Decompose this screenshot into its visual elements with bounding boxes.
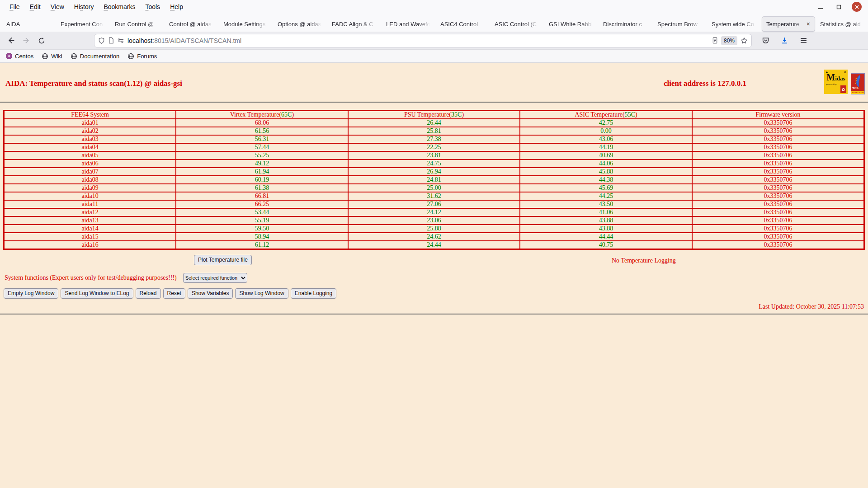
tab-control-aidas[interactable]: Control @ aidas bbox=[165, 16, 218, 32]
download-icon[interactable] bbox=[778, 34, 791, 47]
url-bar[interactable]: localhost:8015/AIDA/TSCAN/TSCAN.tml 80% bbox=[94, 34, 752, 47]
table-row: aida0761.9426.9445.880x3350706 bbox=[4, 168, 864, 176]
menu-tools[interactable]: Tools bbox=[140, 2, 165, 12]
tab-asic4-control[interactable]: ASIC4 Control bbox=[436, 16, 490, 32]
close-icon[interactable] bbox=[852, 2, 862, 12]
tab-label: ASIC4 Control bbox=[440, 21, 486, 28]
back-icon[interactable] bbox=[5, 34, 17, 47]
bookmark-star-icon[interactable] bbox=[741, 37, 748, 44]
pocket-icon[interactable] bbox=[759, 34, 772, 47]
bookmark-centos[interactable]: Centos bbox=[5, 53, 33, 60]
menu-help[interactable]: Help bbox=[165, 2, 188, 12]
tab-strip: AIDAExperiment ConRun Control @ Control … bbox=[2, 16, 868, 32]
asic-temperature-cell: 44.06 bbox=[520, 160, 692, 168]
tab-close-icon[interactable]: × bbox=[806, 20, 811, 28]
asic-temperature-cell: 44.38 bbox=[520, 176, 692, 184]
tab-spectrum-brow[interactable]: Spectrum Brow bbox=[653, 16, 707, 32]
tab-module-settings[interactable]: Module Settings bbox=[219, 16, 273, 32]
header-threshold: 35C bbox=[451, 111, 462, 118]
logos: ▲⚙ Midas powered by ✿ TCL POWERED bbox=[824, 70, 865, 94]
midas-tcl-badge-icon: ✿ bbox=[840, 85, 846, 93]
send-log-window-to-elog-button[interactable]: Send Log Window to ELog bbox=[61, 288, 133, 299]
enable-logging-button[interactable]: Enable Logging bbox=[291, 288, 336, 299]
shield-icon[interactable] bbox=[98, 37, 105, 44]
menu-file[interactable]: File bbox=[5, 2, 25, 12]
tcl-logo: TCL POWERED bbox=[851, 73, 865, 94]
tab-aida[interactable]: AIDA bbox=[2, 16, 56, 32]
menu-edit[interactable]: Edit bbox=[25, 2, 46, 12]
midas-logo-text: Midas bbox=[824, 75, 848, 81]
forward-icon[interactable] bbox=[20, 34, 33, 47]
reload-button[interactable]: Reload bbox=[136, 288, 161, 299]
fee64-system-cell: aida13 bbox=[4, 216, 176, 225]
menu-icon[interactable] bbox=[797, 34, 810, 47]
last-updated: Last Updated: October 30, 2025 11:07:53 bbox=[0, 303, 864, 310]
tab-temperature[interactable]: Temperature× bbox=[762, 16, 815, 32]
reload-icon[interactable] bbox=[35, 34, 48, 47]
empty-log-window-button[interactable]: Empty Log Window bbox=[4, 288, 58, 299]
fee64-system-cell: aida05 bbox=[4, 151, 176, 160]
fee64-system-cell: aida04 bbox=[4, 143, 176, 151]
globe-icon bbox=[127, 53, 134, 60]
tcl-logo-text: TCL bbox=[852, 86, 859, 90]
tab-label: Statistics @ aid bbox=[820, 21, 865, 28]
tab-discriminator-c[interactable]: Discriminator c bbox=[599, 16, 652, 32]
tab-statistics-aid[interactable]: Statistics @ aid bbox=[816, 16, 868, 32]
asic-temperature-cell: 44.44 bbox=[520, 233, 692, 241]
virtex-temperature-cell: 61.56 bbox=[176, 127, 348, 135]
site-info-document-icon[interactable] bbox=[108, 37, 114, 44]
bookmark-wiki[interactable]: Wiki bbox=[42, 53, 62, 60]
asic-temperature-cell: 45.69 bbox=[520, 184, 692, 192]
table-row: aida0860.1924.8144.380x3350706 bbox=[4, 176, 864, 184]
firmware-version-cell: 0x3350706 bbox=[692, 233, 864, 241]
reader-mode-icon[interactable] bbox=[712, 37, 718, 44]
header-text: PSU Temperature( bbox=[404, 111, 451, 118]
menu-view[interactable]: View bbox=[46, 2, 69, 12]
tab-experiment-con[interactable]: Experiment Con bbox=[57, 16, 110, 32]
fee64-system-cell: aida11 bbox=[4, 200, 176, 208]
maximize-icon[interactable] bbox=[834, 2, 844, 12]
globe-icon bbox=[42, 53, 48, 60]
psu-temperature-cell: 24.62 bbox=[348, 233, 520, 241]
tab-led-and-wavefo[interactable]: LED and Wavefo bbox=[382, 16, 435, 32]
virtex-temperature-cell: 55.19 bbox=[176, 216, 348, 225]
asic-temperature-cell: 44.19 bbox=[520, 143, 692, 151]
fee64-system-cell: aida06 bbox=[4, 160, 176, 168]
menu-bookmarks[interactable]: Bookmarks bbox=[99, 2, 140, 12]
show-variables-button[interactable]: Show Variables bbox=[188, 288, 233, 299]
firmware-version-cell: 0x3350706 bbox=[692, 168, 864, 176]
header-text: ASIC Temperature( bbox=[575, 111, 624, 118]
permissions-icon[interactable] bbox=[117, 38, 124, 44]
tab-run-control-[interactable]: Run Control @ bbox=[111, 16, 164, 32]
table-row: aida0961.3825.0045.690x3350706 bbox=[4, 184, 864, 192]
fee64-system-cell: aida07 bbox=[4, 168, 176, 176]
tab-gsi-white-rabbi[interactable]: GSI White Rabbi bbox=[545, 16, 598, 32]
zoom-level-badge[interactable]: 80% bbox=[721, 36, 737, 45]
tab-asic-control-c[interactable]: ASIC Control (C bbox=[491, 16, 544, 32]
tab-system-wide-co[interactable]: System wide Co bbox=[708, 16, 761, 32]
menu-items: FileEditViewHistoryBookmarksToolsHelp bbox=[5, 2, 188, 12]
tab-label: FADC Align & C bbox=[332, 21, 377, 28]
asic-temperature-cell: 45.88 bbox=[520, 168, 692, 176]
menu-history[interactable]: History bbox=[69, 2, 99, 12]
bookmark-documentation[interactable]: Documentation bbox=[71, 53, 119, 60]
menu-bar: FileEditViewHistoryBookmarksToolsHelp bbox=[0, 0, 868, 14]
psu-temperature-cell: 25.81 bbox=[348, 127, 520, 135]
fee64-system-cell: aida01 bbox=[4, 119, 176, 127]
bookmark-forums[interactable]: Forums bbox=[127, 53, 157, 60]
show-log-window-button[interactable]: Show Log Window bbox=[235, 288, 288, 299]
firmware-version-cell: 0x3350706 bbox=[692, 241, 864, 249]
reset-button[interactable]: Reset bbox=[163, 288, 185, 299]
psu-temperature-cell: 26.94 bbox=[348, 168, 520, 176]
asic-temperature-cell: 43.50 bbox=[520, 200, 692, 208]
footer-divider bbox=[0, 314, 868, 314]
header-text: ) bbox=[462, 111, 464, 118]
tab-fadc-align-c[interactable]: FADC Align & C bbox=[328, 16, 381, 32]
virtex-temperature-cell: 66.25 bbox=[176, 200, 348, 208]
function-select[interactable]: Select required function bbox=[183, 273, 247, 283]
url-text[interactable]: localhost:8015/AIDA/TSCAN/TSCAN.tml bbox=[127, 37, 709, 44]
minimize-icon[interactable] bbox=[816, 2, 826, 12]
tab-options-aidas[interactable]: Options @ aidas bbox=[274, 16, 327, 32]
header-text: FEE64 System bbox=[71, 111, 109, 118]
plot-temperature-button[interactable]: Plot Temperature file bbox=[194, 255, 252, 265]
